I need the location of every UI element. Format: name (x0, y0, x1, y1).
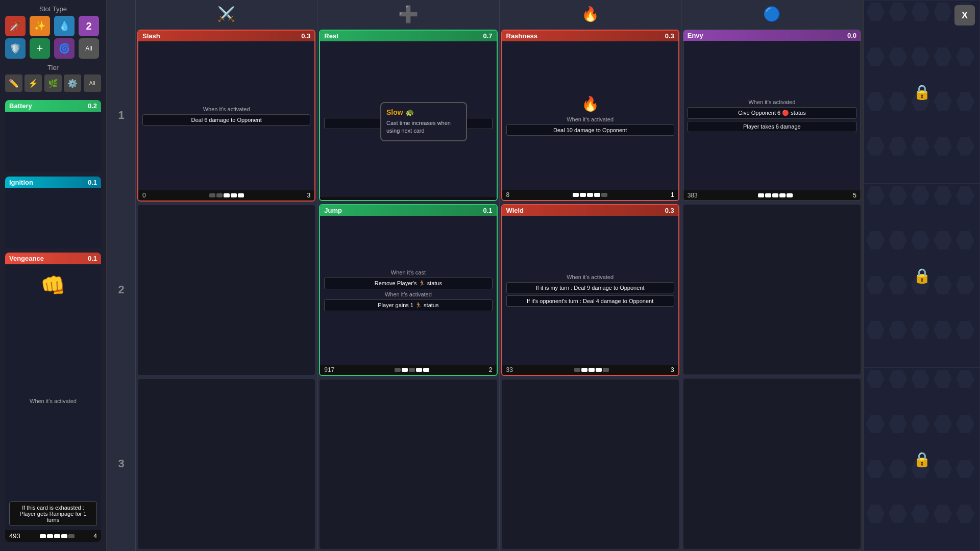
row-numbers: 1 2 3 (107, 0, 135, 551)
jump-value: 0.1 (483, 207, 492, 214)
slot-sword-btn[interactable]: 🗡️ (5, 16, 26, 36)
tooltip-body: Cast time increases when using next card (386, 119, 461, 135)
slot-flask-btn[interactable]: 💧 (54, 16, 75, 36)
slot-2-btn[interactable]: 2 (79, 16, 99, 36)
slash-condition: When it's activated (203, 106, 250, 112)
slot-type-label: Slot Type (5, 5, 101, 13)
slot-star-btn[interactable]: ✨ (30, 16, 50, 36)
rashness-name: Rashness (506, 32, 537, 40)
slash-name: Slash (142, 32, 160, 40)
wield-card-row2[interactable]: Wield 0.3 When it's activated If it is m… (501, 204, 679, 375)
envy-cost: 383 (688, 192, 698, 199)
rashness-col-icon: 🔥 (500, 0, 681, 28)
vengeance-header: Vengeance 0.1 (5, 253, 101, 264)
rashness-effect1: Deal 10 damage to Opponent (506, 124, 674, 136)
envy-pip-count: 5 (853, 192, 856, 199)
locked-cell-3: 🔒 (864, 367, 980, 551)
sidebar: Slot Type 🗡️ ✨ 💧 2 🛡️ + 🌀 All Tier ✏️ ⚡ … (0, 0, 107, 551)
slash-cost: 0 (142, 192, 146, 199)
slash-inner: When it's activated Deal 6 damage to Opp… (138, 41, 314, 190)
close-button[interactable]: X (954, 5, 975, 26)
slash-footer: 0 3 (138, 190, 314, 201)
main-area: 1 2 3 ⚔️ Slash 0.3 When it's activated (107, 0, 863, 551)
ignition-name: Ignition (9, 179, 33, 186)
pip-2 (47, 534, 53, 538)
slot-all-btn[interactable]: All (79, 38, 99, 59)
rashness-condition: When it's activated (567, 116, 614, 122)
row-num-1: 1 (107, 28, 135, 203)
tier-grid: ✏️ ⚡ 🌿 ⚙️ All (5, 74, 101, 92)
column-rashness: 🔥 Rashness 0.3 🔥 When it's activated Dea… (499, 0, 681, 551)
rashness-inner: 🔥 When it's activated Deal 10 damage to … (502, 41, 678, 190)
envy-footer: 383 5 (683, 190, 861, 201)
envy-effect1: Give Opponent 6 🔴 status (688, 107, 856, 119)
grid-area: 1 2 3 ⚔️ Slash 0.3 When it's activated (107, 0, 863, 551)
vengeance-icon: 👊 (40, 273, 66, 297)
row-num-2: 2 (107, 203, 135, 377)
rashness-card-row1[interactable]: Rashness 0.3 🔥 When it's activated Deal … (501, 30, 679, 201)
jump-inner: When it's cast Remove Player's 🏃 status … (320, 216, 496, 364)
tooltip-title-text: Slow (386, 108, 403, 116)
tooltip-icon: 🐢 (405, 108, 414, 116)
slot-plus-btn[interactable]: + (30, 38, 50, 59)
plus-icon: ➕ (398, 5, 419, 24)
locked-panel: 🔒 🔒 🔒 (863, 0, 980, 551)
tier-3-btn[interactable]: 🌿 (44, 74, 62, 92)
rest-col-icon: ➕ (317, 0, 499, 28)
vengeance-card[interactable]: Vengeance 0.1 👊 When it's activated If t… (5, 253, 101, 542)
tier-4-btn[interactable]: ⚙️ (64, 74, 81, 92)
vengeance-footer: 493 4 (5, 530, 101, 542)
slow-tooltip: Slow 🐢 Cast time increases when using ne… (380, 102, 467, 141)
vengeance-pips (40, 534, 75, 538)
rashness-value: 0.3 (665, 32, 674, 40)
tier-all-btn[interactable]: All (84, 74, 101, 92)
vengeance-cost: 493 (9, 532, 20, 540)
ignition-card[interactable]: Ignition 0.1 (5, 177, 101, 249)
rest-value: 0.7 (483, 32, 492, 40)
ignition-value: 0.1 (88, 179, 97, 186)
jump-footer: 917 2 (320, 365, 496, 375)
row-num-3: 3 (107, 377, 135, 551)
vengeance-effect: If this card is exhausted : Player gets … (9, 502, 97, 526)
wield-effect2: If it's opponent's turn : Deal 4 damage … (506, 295, 674, 307)
jump-cost: 917 (324, 366, 334, 373)
vengeance-condition: When it's activated (30, 398, 77, 404)
vengeance-name: Vengeance (9, 255, 44, 262)
slash-card-row3 (137, 379, 315, 549)
wield-footer: 33 3 (502, 365, 678, 375)
envy-header: Envy 0.0 (683, 30, 861, 41)
wield-pips (574, 368, 609, 372)
ignition-header: Ignition 0.1 (5, 177, 101, 188)
envy-card-row3 (683, 378, 861, 549)
vengeance-pip-count: 4 (93, 533, 97, 540)
column-rest: ➕ Rest 0.7 When it's activated Player he… (317, 0, 499, 551)
tier-2-btn[interactable]: ⚡ (24, 74, 42, 92)
battery-body (5, 112, 101, 172)
rashness-pip-count: 1 (671, 191, 674, 198)
rashness-header: Rashness 0.3 (502, 31, 678, 41)
wield-header: Wield 0.3 (502, 205, 678, 216)
battery-card[interactable]: Battery 0.2 (5, 100, 101, 172)
wield-effect1: If it is my turn : Deal 9 damage to Oppo… (506, 282, 674, 293)
envy-card-row1[interactable]: Envy 0.0 When it's activated Give Oppone… (683, 30, 861, 201)
lock-icon-3: 🔒 (913, 451, 931, 468)
locked-cell-1: 🔒 (864, 0, 980, 184)
tier-1-btn[interactable]: ✏️ (5, 74, 22, 92)
slash-pips (209, 193, 244, 197)
slot-shield-btn[interactable]: 🛡️ (5, 38, 26, 59)
fire-icon: 🔥 (581, 6, 599, 22)
jump-cast-condition: When it's cast (391, 269, 426, 276)
battery-name: Battery (9, 102, 32, 110)
column-envy: 🔵 Envy 0.0 When it's activated Give Oppo… (681, 0, 863, 551)
jump-condition: When it's activated (385, 291, 432, 297)
jump-card-row2[interactable]: Jump 0.1 When it's cast Remove Player's … (319, 204, 497, 375)
battery-value: 0.2 (88, 102, 97, 110)
slash-col-icon: ⚔️ (136, 0, 317, 28)
rest-header: Rest 0.7 (320, 31, 496, 41)
envy-col-spiral-icon: 🔵 (763, 6, 781, 22)
slash-card-row2 (137, 205, 315, 375)
jump-header: Jump 0.1 (320, 205, 496, 216)
slot-spiral-btn[interactable]: 🌀 (54, 38, 75, 59)
ignition-body (5, 188, 101, 249)
slash-card-row1[interactable]: Slash 0.3 When it's activated Deal 6 dam… (137, 30, 315, 202)
